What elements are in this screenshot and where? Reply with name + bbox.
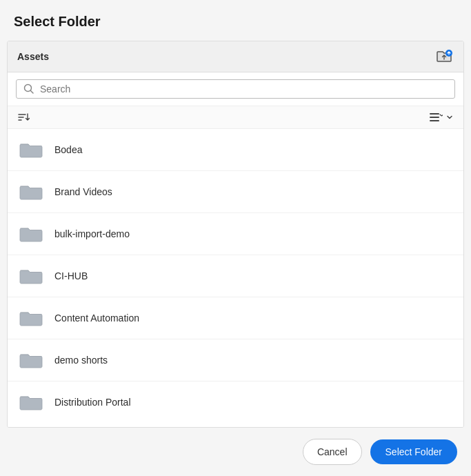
svg-rect-6 — [430, 117, 439, 118]
folder-name: demo shorts — [54, 355, 108, 366]
search-input-wrapper — [16, 79, 455, 99]
folder-icon — [19, 181, 43, 203]
cancel-button[interactable]: Cancel — [303, 439, 362, 465]
sort-icon — [17, 112, 30, 123]
search-bar — [8, 72, 463, 106]
toolbar-row — [8, 106, 463, 129]
list-item[interactable]: Brand Videos — [8, 171, 463, 213]
list-view-icon — [429, 112, 443, 123]
list-item[interactable]: Content Automation — [8, 297, 463, 339]
folder-icon — [19, 391, 43, 413]
folder-name: Distribution Portal — [54, 397, 131, 408]
view-button[interactable] — [429, 112, 454, 123]
folder-name: CI-HUB — [54, 270, 88, 281]
list-item[interactable]: bulk-import-demo — [8, 213, 463, 255]
panel-header: Assets — [8, 41, 463, 72]
folder-icon — [19, 223, 43, 245]
list-item[interactable]: Distribution Portal — [8, 381, 463, 423]
select-folder-button[interactable]: Select Folder — [370, 439, 457, 464]
folder-icon — [19, 349, 43, 371]
folder-name: Content Automation — [54, 313, 139, 324]
folder-name: Bodea — [54, 144, 82, 155]
folder-list: Bodea Brand Videos bulk-import-demo CI-H… — [8, 129, 463, 427]
dialog: Select Folder Assets — [0, 0, 471, 476]
folder-icon — [19, 307, 43, 329]
dialog-title: Select Folder — [0, 0, 471, 41]
panel: Assets — [7, 41, 464, 428]
sort-button[interactable] — [17, 112, 30, 123]
panel-title: Assets — [17, 51, 49, 62]
svg-rect-7 — [430, 120, 439, 121]
folder-name: bulk-import-demo — [54, 228, 130, 239]
list-item[interactable]: demo shorts — [8, 339, 463, 381]
chevron-down-icon — [445, 113, 454, 121]
search-icon — [23, 83, 34, 95]
list-item[interactable]: CI-HUB — [8, 255, 463, 297]
panel-header-icon[interactable] — [434, 48, 454, 65]
svg-rect-5 — [430, 113, 439, 115]
search-input[interactable] — [40, 83, 448, 95]
folder-icon — [19, 265, 43, 287]
folder-icon — [19, 139, 43, 161]
folder-name: Brand Videos — [54, 186, 112, 197]
dialog-footer: Cancel Select Folder — [0, 428, 471, 476]
list-item[interactable]: Bodea — [8, 129, 463, 171]
dialog-body: Assets — [0, 41, 471, 428]
